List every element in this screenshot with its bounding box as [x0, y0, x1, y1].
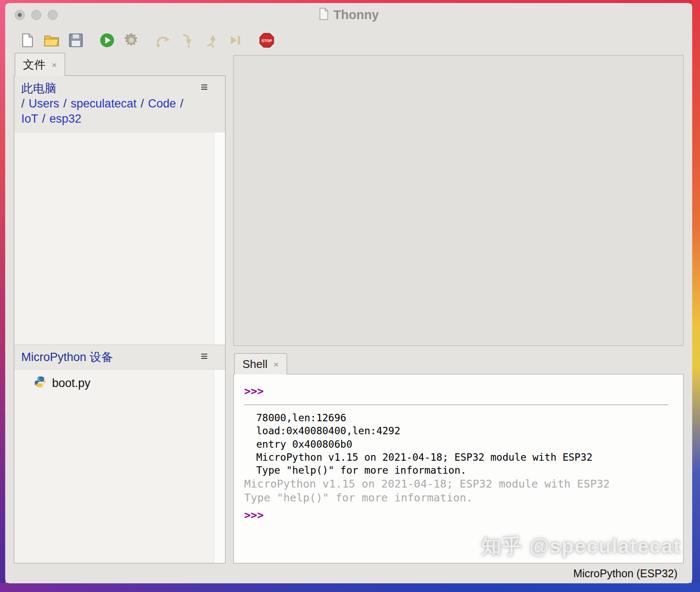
files-tab-row: 文件 × — [14, 55, 226, 76]
python-file-icon — [34, 376, 46, 391]
shell-prompt-line: >>> — [244, 509, 673, 521]
debug-script-button[interactable] — [122, 32, 141, 50]
save-file-button[interactable] — [67, 32, 85, 50]
shell-output-line: 78000,len:12696 — [244, 411, 673, 424]
run-script-button[interactable] — [98, 32, 116, 50]
document-icon — [319, 8, 329, 22]
files-scrollbar[interactable] — [214, 76, 225, 563]
step-into-button[interactable] — [178, 32, 196, 50]
files-breadcrumb-header: 此电脑 / Users / speculatecat / Code / IoT … — [14, 76, 225, 133]
shell-output-line: Type "help()" for more information. — [244, 464, 673, 477]
minimize-window-button[interactable] — [31, 10, 41, 20]
step-out-icon — [203, 33, 219, 49]
device-panel-title: MicroPython 设备 — [21, 351, 113, 364]
toolbar-stop-group: STOP — [258, 32, 276, 50]
open-folder-icon — [44, 33, 59, 49]
stop-sign-icon: STOP — [259, 33, 275, 49]
files-panel: 此电脑 / Users / speculatecat / Code / IoT … — [14, 75, 226, 563]
window-title-group: Thonny — [319, 8, 379, 22]
close-window-button[interactable] — [15, 10, 25, 20]
device-file-name: boot.py — [52, 377, 91, 390]
step-over-button[interactable] — [154, 32, 172, 50]
close-dot-icon — [18, 13, 22, 17]
screenshot-stage: Thonny — [0, 0, 700, 592]
breadcrumb-segment[interactable]: Code — [148, 97, 176, 110]
breadcrumb-segment[interactable]: Users — [29, 97, 59, 110]
device-file-bootpy[interactable]: boot.py — [14, 373, 225, 394]
main-area: 文件 × 此电脑 / Users / speculatecat / Code /… — [5, 55, 692, 563]
shell-output-line: entry 0x400806b0 — [244, 438, 673, 451]
toolbar-run-group — [98, 32, 141, 50]
file-breadcrumb: / Users / speculatecat / Code / IoT / es… — [21, 96, 195, 127]
device-files-list: boot.py — [14, 370, 225, 563]
new-file-button[interactable] — [18, 32, 36, 50]
traffic-lights — [5, 10, 58, 20]
backend-status-label[interactable]: MicroPython (ESP32) — [573, 567, 677, 580]
shell-prompt-line: >>> — [244, 385, 673, 397]
tab-shell[interactable]: Shell × — [234, 353, 287, 374]
svg-text:STOP: STOP — [262, 38, 272, 42]
shell-tab-row: Shell × — [233, 354, 684, 374]
files-column: 文件 × 此电脑 / Users / speculatecat / Code /… — [14, 55, 226, 563]
step-out-button[interactable] — [202, 32, 220, 50]
shell-output-line: load:0x40080400,len:4292 — [244, 424, 673, 437]
toolbar-file-group — [18, 32, 85, 50]
editor-column: Shell × >>> 78000,len:12696 load:0x40080… — [233, 55, 684, 563]
thonny-window: Thonny — [5, 3, 692, 583]
shell-separator-line — [244, 404, 668, 405]
shell-output: >>> 78000,len:12696 load:0x40080400,len:… — [244, 385, 673, 521]
new-file-icon — [20, 33, 35, 49]
breadcrumb-separator: / — [180, 97, 183, 110]
shell-tab-label: Shell — [242, 358, 268, 371]
files-menu-icon[interactable]: ≡ — [200, 80, 209, 94]
open-file-button[interactable] — [43, 32, 61, 50]
watermark-text: 知乎 @speculatecat — [481, 533, 681, 560]
this-computer-label[interactable]: 此电脑 — [21, 81, 195, 96]
debug-bug-icon — [124, 33, 139, 49]
shell-banner-line: MicroPython v1.15 on 2021-04-18; ESP32 m… — [244, 477, 673, 491]
resume-button[interactable] — [226, 32, 245, 50]
breadcrumb-separator: / — [63, 97, 71, 110]
run-icon — [99, 33, 115, 49]
device-menu-icon[interactable]: ≡ — [200, 349, 209, 363]
status-bar: MicroPython (ESP32) — [5, 563, 692, 583]
local-files-list — [14, 133, 225, 345]
breadcrumb-segment[interactable]: speculatecat — [71, 97, 137, 110]
toolbar: STOP — [5, 26, 692, 55]
shell-output-line: MicroPython v1.15 on 2021-04-18; ESP32 m… — [244, 451, 673, 464]
toolbar-step-group — [154, 32, 245, 50]
resume-icon — [228, 33, 243, 49]
shell-banner-line: Type "help()" for more information. — [244, 491, 673, 505]
breadcrumb-segment[interactable]: esp32 — [49, 112, 82, 125]
title-bar: Thonny — [5, 3, 692, 26]
stop-button[interactable]: STOP — [258, 32, 276, 50]
background-edge-right — [692, 0, 700, 592]
tab-files[interactable]: 文件 × — [15, 53, 65, 76]
files-tab-close-icon[interactable]: × — [51, 60, 58, 69]
save-floppy-icon — [68, 33, 84, 49]
window-title: Thonny — [334, 8, 379, 22]
shell-tab-close-icon[interactable]: × — [273, 360, 280, 369]
breadcrumb-separator: / — [21, 97, 29, 110]
breadcrumb-segment[interactable]: IoT — [21, 112, 38, 125]
step-over-icon — [155, 33, 170, 49]
breadcrumb-separator: / — [42, 112, 49, 125]
background-edge-bottom — [0, 583, 700, 592]
step-into-icon — [179, 33, 195, 49]
breadcrumb-separator: / — [141, 97, 148, 110]
files-tab-label: 文件 — [23, 57, 46, 72]
editor-empty-area — [233, 55, 684, 346]
device-panel-header: MicroPython 设备 ≡ — [14, 345, 225, 370]
zoom-window-button[interactable] — [48, 10, 58, 20]
